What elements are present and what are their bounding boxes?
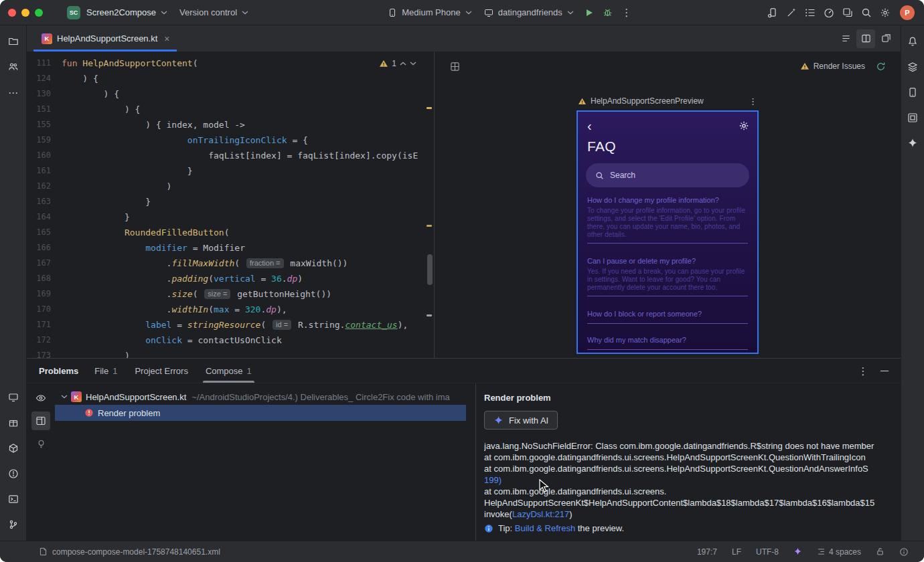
problems-tab-project-errors[interactable]: Project Errors <box>133 359 189 383</box>
code-text[interactable]: faqList[index] = faqList[index].copy(isE <box>62 148 418 163</box>
run-configuration-selector[interactable]: datingandfriends <box>478 4 580 21</box>
minimize-window-button[interactable] <box>21 9 29 17</box>
code-text[interactable]: ) { index, model -> <box>62 117 245 132</box>
code-text[interactable]: .size( size = getButtonHeight()) <box>62 286 331 302</box>
code-text[interactable]: ) { <box>62 86 119 102</box>
code-line-170[interactable]: 170 .widthIn(max = 320.dp), <box>27 302 434 317</box>
run-button[interactable] <box>580 3 599 22</box>
problems-tab-compose[interactable]: Compose1 <box>204 359 253 383</box>
code-text[interactable]: modifier = Modifier <box>62 240 245 256</box>
scrollbar-thumb[interactable] <box>427 254 433 285</box>
line-number[interactable]: 167 <box>27 256 62 271</box>
zoom-window-button[interactable] <box>35 9 43 17</box>
code-line-124[interactable]: 124 ) { <box>27 71 434 86</box>
preview-problem-button[interactable] <box>31 411 50 430</box>
code-text[interactable]: label = stringResource( id = R.string.co… <box>62 317 408 333</box>
code-line-160[interactable]: 160 faqList[index] = faqList[index].copy… <box>27 148 434 163</box>
code-line-172[interactable]: 172 onClick = contactUsOnClick <box>27 333 434 348</box>
terminal-tool-button[interactable] <box>4 490 23 508</box>
search-everywhere-button[interactable] <box>857 3 876 22</box>
debug-button[interactable] <box>599 3 617 22</box>
editor-tab-helpandsupportscreen[interactable]: K HelpAndSupportScreen.kt × <box>33 25 177 52</box>
notifications-button[interactable] <box>903 32 922 51</box>
refresh-preview-button[interactable] <box>871 57 890 76</box>
code-line-151[interactable]: 151 ) { <box>27 102 434 117</box>
code-text[interactable]: .widthIn(max = 320.dp), <box>62 302 287 317</box>
running-devices-tool-button[interactable] <box>4 388 23 407</box>
code-line-159[interactable]: 159 onTrailingIconClick = { <box>27 132 434 148</box>
code-line-173[interactable]: 173 ) <box>27 348 434 358</box>
services-tool-button[interactable] <box>4 413 23 432</box>
code-line-162[interactable]: 162 ) <box>27 179 434 194</box>
code-text[interactable]: } <box>62 163 193 179</box>
line-number[interactable]: 166 <box>27 240 62 256</box>
tab-list-button[interactable] <box>836 29 855 48</box>
line-number[interactable]: 170 <box>27 302 62 317</box>
encoding-widget[interactable]: UTF-8 <box>749 547 786 557</box>
tree-problem-row[interactable]: Render problem <box>55 405 466 421</box>
close-window-button[interactable] <box>8 9 16 17</box>
more-tool-windows-button[interactable]: ⋯ <box>4 83 23 102</box>
user-avatar[interactable]: P <box>900 5 915 20</box>
code-text[interactable]: onTrailingIconClick = { <box>62 132 308 148</box>
line-number[interactable]: 124 <box>27 71 62 86</box>
render-issues-indicator[interactable]: Render Issues <box>800 62 865 71</box>
build-refresh-link[interactable]: Build & Refresh <box>515 523 575 533</box>
code-line-130[interactable]: 130 ) { <box>27 86 434 102</box>
code-text[interactable]: .padding(vertical = 36.dp) <box>62 271 303 286</box>
line-number[interactable]: 163 <box>27 194 62 209</box>
rendered-preview[interactable]: ‹ FAQ Search How do I change my profile … <box>576 110 759 354</box>
line-number[interactable]: 161 <box>27 163 62 179</box>
code-text[interactable]: ) { <box>62 71 98 86</box>
code-line-164[interactable]: 164 } <box>27 209 434 225</box>
settings-button[interactable] <box>876 3 895 22</box>
code-text[interactable]: fun HelpAndSupportContent( <box>62 56 198 71</box>
code-text[interactable]: } <box>62 209 130 225</box>
line-number[interactable]: 111 <box>27 56 62 71</box>
indent-widget[interactable]: 4 spaces <box>810 547 868 557</box>
stack-link[interactable]: 199) <box>484 475 502 485</box>
chevron-down-icon[interactable] <box>61 395 68 399</box>
project-selector[interactable]: Screen2Compose <box>80 4 173 21</box>
more-run-options-button[interactable]: ⋮ <box>617 3 636 22</box>
line-number[interactable]: 162 <box>27 179 62 194</box>
code-editor[interactable]: 111fun HelpAndSupportContent(124 ) {130 … <box>27 52 434 358</box>
line-number[interactable]: 168 <box>27 271 62 286</box>
profiler-button[interactable] <box>820 3 838 22</box>
preview-card[interactable]: HelpAndSupportScreenPreview ⋮ ‹ FAQ <box>576 96 759 354</box>
read-only-lock[interactable] <box>868 547 892 556</box>
code-line-169[interactable]: 169 .size( size = getButtonHeight()) <box>27 286 434 302</box>
editor-scrollbar[interactable] <box>425 52 434 358</box>
build-tool-button[interactable] <box>4 439 23 458</box>
caret-position-widget[interactable]: 197:7 <box>690 547 724 557</box>
pull-requests-button[interactable] <box>4 58 23 76</box>
split-editor-button[interactable] <box>856 29 875 48</box>
background-tasks-indicator[interactable] <box>892 547 916 557</box>
code-text[interactable]: ) <box>62 348 130 358</box>
fix-with-ai-button[interactable]: Fix with AI <box>484 411 558 430</box>
gradle-tool-button[interactable] <box>903 58 922 76</box>
line-number[interactable]: 165 <box>27 225 62 240</box>
line-number[interactable]: 159 <box>27 132 62 148</box>
tree-file-row[interactable]: K HelpAndSupportScreen.kt ~/AndroidStudi… <box>55 389 475 405</box>
layout-inspector-button[interactable] <box>903 108 922 127</box>
code-line-167[interactable]: 167 .fillMaxWidth( fraction = maxWidth()… <box>27 256 434 271</box>
line-number[interactable]: 172 <box>27 333 62 348</box>
autoscroll-eye-button[interactable] <box>31 389 50 407</box>
problems-options-button[interactable]: ⋮ <box>854 361 872 380</box>
code-text[interactable]: RoundedFilledButton( <box>62 225 229 240</box>
code-text[interactable]: .fillMaxWidth( fraction = maxWidth()) <box>62 256 348 271</box>
line-separator-widget[interactable]: LF <box>724 547 749 557</box>
code-line-163[interactable]: 163 } <box>27 194 434 209</box>
prev-problem-icon[interactable] <box>400 62 406 66</box>
line-number[interactable]: 160 <box>27 148 62 163</box>
code-line-166[interactable]: 166 modifier = Modifier <box>27 240 434 256</box>
ai-actions-button[interactable] <box>782 3 801 22</box>
preview-view-mode-button[interactable] <box>445 57 464 76</box>
problems-tool-button[interactable] <box>4 464 23 483</box>
line-number[interactable]: 173 <box>27 348 62 358</box>
line-number[interactable]: 151 <box>27 102 62 117</box>
code-line-155[interactable]: 155 ) { index, model -> <box>27 117 434 132</box>
code-line-171[interactable]: 171 label = stringResource( id = R.strin… <box>27 317 434 333</box>
quickfix-bulb-button[interactable] <box>31 434 50 453</box>
